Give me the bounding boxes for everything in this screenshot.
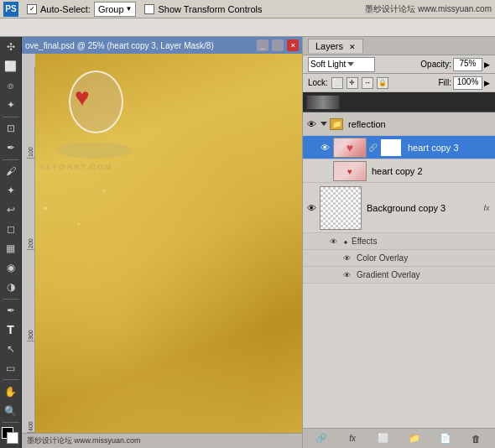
lock-all-icon[interactable]: 🔒: [377, 77, 388, 89]
vertical-ruler: 100 200 300 400: [22, 67, 35, 433]
text-tool-icon[interactable]: T: [2, 320, 20, 338]
ruler-corner: [22, 54, 35, 67]
heart2-thumbnail: ♥: [333, 161, 367, 181]
reflection-group-row[interactable]: 👁 📁 reflection: [303, 112, 495, 136]
blend-mode-dropdown[interactable]: Soft Light: [308, 57, 375, 72]
effects-label: ⬥: [343, 237, 348, 246]
color-overlay-row[interactable]: 👁 Color Overlay: [303, 250, 495, 267]
delete-layer-button[interactable]: 🗑: [468, 431, 485, 446]
top-menubar: PS ✓ Auto-Select: Group ▼ Show Transform…: [0, 0, 495, 18]
color-overlay-name: Color Overlay: [357, 253, 408, 263]
bg3-visibility-icon[interactable]: 👁: [305, 201, 318, 215]
show-transform-checkbox[interactable]: [144, 4, 154, 14]
red-heart-canvas: ♥: [75, 83, 90, 112]
crop-tool-icon[interactable]: ⊡: [2, 120, 20, 138]
auto-select-checkbox[interactable]: ✓: [27, 4, 37, 14]
gradient-tool-icon[interactable]: ▦: [2, 240, 20, 258]
hand-tool-icon[interactable]: ✋: [2, 383, 20, 400]
effects-visibility-icon[interactable]: 👁: [326, 235, 340, 248]
tool-divider-5: [3, 422, 19, 423]
lock-pixels-icon[interactable]: ⬜: [331, 77, 343, 89]
blend-mode-arrow: [347, 62, 354, 66]
bg3-thumbnail: [320, 186, 362, 230]
gradient-overlay-row[interactable]: 👁 Gradient Overlay: [303, 267, 495, 284]
gradient-overlay-visibility-icon[interactable]: 👁: [340, 268, 353, 282]
heart3-thumbnail: [333, 138, 367, 158]
eraser-tool-icon[interactable]: ◻: [2, 221, 20, 238]
heart2-visibility-placeholder: [318, 164, 331, 178]
heart2-layer-name: heart copy 2: [368, 166, 493, 176]
left-tools-panel: ✣ ⬜ ⌾ ✦ ⊡ ✒ 🖌 ✦ ↩ ◻ ▦ ◉ ◑ ✒ T ↖ ▭ ✋ 🔍: [0, 37, 22, 448]
heart-bubble-area: ♥: [65, 66, 132, 150]
canvas-content: 100 200 300 400 500 100 200 300 400: [22, 54, 302, 448]
show-transform-label: Show Transform Controls: [158, 4, 262, 14]
eyedropper-icon[interactable]: ✒: [2, 139, 20, 157]
shape-tool-icon[interactable]: ▭: [2, 359, 20, 377]
layer-mask-button[interactable]: ⬜: [375, 431, 392, 446]
canvas-watermark: ALFOART.COM: [39, 163, 113, 171]
foreground-bg-colors[interactable]: [2, 427, 20, 445]
tool-divider-4: [3, 379, 19, 380]
fill-control: Fill: 100% ▶: [438, 76, 490, 90]
layer-fx-button[interactable]: fx: [344, 431, 361, 446]
heart3-mask-thumbnail: [379, 138, 403, 158]
layer-strip: [303, 92, 495, 112]
move-tool-icon[interactable]: ✣: [2, 39, 20, 56]
heart3-link-icon: 🔗: [368, 138, 377, 158]
canvas-area-wrapper: ove_final.psd @ 25% (heart copy 3, Layer…: [22, 37, 302, 448]
lock-position-icon[interactable]: ✛: [346, 77, 358, 89]
show-transform-group: Show Transform Controls: [144, 4, 262, 14]
main-layout: ✣ ⬜ ⌾ ✦ ⊡ ✒ 🖌 ✦ ↩ ◻ ▦ ◉ ◑ ✒ T ↖ ▭ ✋ 🔍 ov…: [0, 37, 495, 448]
lasso-tool-icon[interactable]: ⌾: [2, 77, 20, 95]
canvas-status-text: 墨纱设计论坛 www.missyuan.com: [27, 435, 141, 446]
dodge-tool-icon[interactable]: ◑: [2, 279, 20, 296]
reflection-expand-arrow[interactable]: [320, 120, 328, 128]
reflection-folder-icon: 📁: [330, 118, 343, 130]
layers-panel: Layers ✕ Soft Light Opacity: 75% ▶ Lock:…: [302, 37, 495, 448]
marquee-tool-icon[interactable]: ⬜: [2, 58, 20, 76]
minimize-button[interactable]: _: [257, 39, 268, 51]
new-group-button[interactable]: 📁: [406, 431, 423, 446]
pen-tool-icon[interactable]: ✒: [2, 301, 20, 319]
bg3-fx-icon: fx: [480, 201, 493, 215]
fill-arrow[interactable]: ▶: [484, 79, 490, 87]
clone-stamp-icon[interactable]: ✦: [2, 182, 20, 200]
opacity-control: Opacity: 75% ▶: [420, 58, 490, 71]
fill-input[interactable]: 100%: [453, 76, 482, 90]
heart3-layer-name: heart copy 3: [404, 143, 493, 153]
path-select-icon[interactable]: ↖: [2, 340, 20, 357]
layers-lock-row: Lock: ⬜ ✛ ↔ 🔒 Fill: 100% ▶: [303, 74, 495, 92]
zoom-tool-icon[interactable]: 🔍: [2, 402, 20, 419]
gradient-overlay-name: Gradient Overlay: [357, 270, 420, 279]
bg3-layer-name: Background copy 3: [363, 203, 478, 213]
canvas-title: ove_final.psd @ 25% (heart copy 3, Layer…: [25, 41, 253, 50]
opacity-input[interactable]: 75%: [453, 58, 482, 71]
effects-group-row[interactable]: 👁 ⬥ Effects: [303, 233, 495, 250]
heart-copy-3-row[interactable]: 👁 🔗 heart copy 3: [303, 136, 495, 159]
strip-thumbnail: [306, 95, 340, 110]
heart-copy-2-row[interactable]: ♥ heart copy 2: [303, 159, 495, 183]
magic-wand-icon[interactable]: ✦: [2, 96, 20, 114]
color-overlay-visibility-icon[interactable]: 👁: [340, 252, 353, 265]
layer-link-button[interactable]: 🔗: [313, 431, 330, 446]
reflection-visibility-icon[interactable]: 👁: [305, 117, 318, 131]
opacity-arrow[interactable]: ▶: [484, 60, 490, 69]
bg-copy-3-row[interactable]: 👁 Background copy 3 fx: [303, 183, 495, 233]
layers-tab-bar: Layers ✕: [303, 37, 495, 55]
blur-tool-icon[interactable]: ◉: [2, 259, 20, 277]
tool-divider-2: [3, 159, 19, 160]
layers-list: 👁 📁 reflection 👁 🔗 heart copy 3: [303, 92, 495, 428]
group-dropdown[interactable]: Group ▼: [94, 2, 137, 17]
brush-tool-icon[interactable]: 🖌: [2, 163, 20, 180]
canvas-title-bar: ove_final.psd @ 25% (heart copy 3, Layer…: [22, 37, 302, 54]
layers-tab[interactable]: Layers ✕: [308, 39, 363, 53]
close-button[interactable]: ✕: [287, 39, 299, 51]
ps-icon: PS: [3, 2, 18, 17]
reflection-layer-name: reflection: [345, 119, 493, 129]
new-layer-button[interactable]: 📄: [437, 431, 454, 446]
effects-name: Effects: [352, 237, 377, 246]
lock-move-icon[interactable]: ↔: [362, 77, 373, 89]
heart3-visibility-icon[interactable]: 👁: [318, 141, 331, 154]
history-brush-icon[interactable]: ↩: [2, 201, 20, 219]
maximize-button[interactable]: [272, 39, 284, 51]
